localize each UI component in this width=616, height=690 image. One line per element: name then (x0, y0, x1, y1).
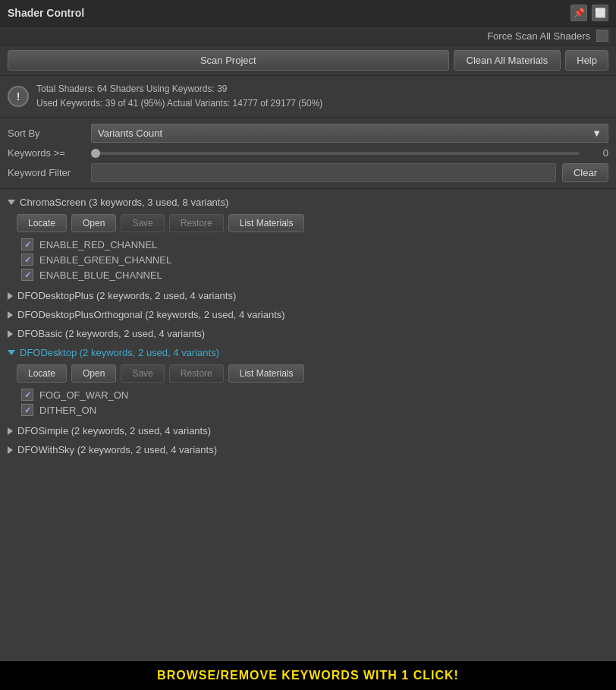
expand-triangle-dfodesktopplus (8, 292, 13, 300)
keyword-filter-label: Keyword Filter (8, 167, 91, 178)
keyword-label-green: ENABLE_GREEN_CHANNEL (39, 254, 171, 266)
maximize-icon[interactable]: ⬜ (592, 5, 608, 21)
keyword-filter-input[interactable] (91, 163, 556, 182)
shader-header-dfobasic[interactable]: DFOBasic (2 keywords, 2 used, 4 variants… (0, 325, 616, 342)
keyword-list-dfodesktop: FOG_OF_WAR_ON DITHER_ON (0, 386, 616, 421)
keywords-ge-label: Keywords >= (8, 147, 91, 159)
shader-buttons-chromascreen: Locate Open Save Restore List Materials (0, 211, 616, 235)
expand-triangle-dfodesktopplusorthogonal (8, 311, 13, 319)
sort-by-label: Sort By (8, 128, 91, 139)
shader-group-dfodesktopplusorthogonal: DFODesktopPlusOrthogonal (2 keywords, 2 … (0, 306, 616, 323)
keyword-item: ENABLE_GREEN_CHANNEL (21, 252, 608, 267)
sort-by-value: Variants Count (98, 128, 162, 139)
list-materials-button-dfodesktop[interactable]: List Materials (228, 364, 305, 383)
info-icon: ! (8, 86, 29, 107)
pin-icon[interactable]: 📌 (570, 5, 587, 21)
shader-header-chromascreen[interactable]: ChromaScreen (3 keywords, 3 used, 8 vari… (0, 194, 616, 211)
keyword-label-red: ENABLE_RED_CHANNEL (39, 239, 157, 250)
restore-button-chromascreen: Restore (169, 214, 224, 232)
shader-header-dfodesktopplusorthogonal[interactable]: DFODesktopPlusOrthogonal (2 keywords, 2 … (0, 306, 616, 323)
save-button-chromascreen: Save (121, 214, 164, 232)
shader-name-dfosimple: DFOSimple (2 keywords, 2 used, 4 variant… (17, 425, 211, 436)
keyword-checkbox-red[interactable] (21, 238, 33, 250)
shader-header-dfosimple[interactable]: DFOSimple (2 keywords, 2 used, 4 variant… (0, 422, 616, 440)
sort-by-dropdown[interactable]: Variants Count ▼ (91, 124, 608, 143)
clear-button[interactable]: Clear (562, 163, 608, 182)
force-scan-checkbox[interactable] (596, 30, 608, 42)
keyword-list-chromascreen: ENABLE_RED_CHANNEL ENABLE_GREEN_CHANNEL … (0, 235, 616, 285)
total-shaders-text: Total Shaders: 64 Shaders Using Keywords… (36, 82, 322, 96)
window-title: Shader Control (8, 7, 84, 19)
dropdown-arrow-icon: ▼ (592, 128, 602, 139)
keyword-item: ENABLE_BLUE_CHANNEL (21, 267, 608, 282)
keyword-checkbox-blue[interactable] (21, 269, 33, 281)
action-row: Scan Project Clean All Materials Help (0, 46, 616, 76)
keywords-slider-thumb[interactable] (91, 149, 100, 158)
keywords-slider-value: 0 (586, 147, 608, 159)
shader-name-dfowithsky: DFOWithSky (2 keywords, 2 used, 4 varian… (17, 444, 217, 455)
shader-group-dfowithsky: DFOWithSky (2 keywords, 2 used, 4 varian… (0, 441, 616, 458)
expand-triangle-dfosimple (8, 427, 13, 435)
shader-group-dfosimple: DFOSimple (2 keywords, 2 used, 4 variant… (0, 422, 616, 440)
shader-buttons-dfodesktop: Locate Open Save Restore List Materials (0, 361, 616, 386)
keyword-checkbox-green[interactable] (21, 254, 33, 266)
shader-group-chromascreen: ChromaScreen (3 keywords, 3 used, 8 vari… (0, 194, 616, 285)
shader-name-dfodesktopplus: DFODesktopPlus (2 keywords, 2 used, 4 va… (17, 290, 236, 301)
info-bar: ! Total Shaders: 64 Shaders Using Keywor… (0, 76, 616, 118)
help-button[interactable]: Help (565, 50, 608, 71)
expand-triangle-dfodesktop (8, 350, 15, 355)
keyword-item-ditheron: DITHER_ON (21, 402, 608, 417)
keyword-label-blue: ENABLE_BLUE_CHANNEL (39, 269, 162, 281)
shader-name-dfobasic: DFOBasic (2 keywords, 2 used, 4 variants… (17, 328, 205, 339)
banner-text: BROWSE/REMOVE KEYWORDS WITH 1 CLICK! (157, 669, 459, 682)
used-keywords-text: Used Keywords: 39 of 41 (95%) Actual Var… (36, 96, 322, 111)
shader-group-dfodesktopplus: DFODesktopPlus (2 keywords, 2 used, 4 va… (0, 287, 616, 304)
open-button-dfodesktop[interactable]: Open (71, 364, 116, 383)
scan-project-button[interactable]: Scan Project (8, 50, 449, 71)
list-materials-button-chromascreen[interactable]: List Materials (228, 214, 305, 232)
expand-triangle-chromascreen (8, 200, 15, 205)
restore-button-dfodesktop: Restore (169, 364, 224, 383)
shader-header-dfowithsky[interactable]: DFOWithSky (2 keywords, 2 used, 4 varian… (0, 441, 616, 458)
save-button-dfodesktop: Save (121, 364, 164, 383)
locate-button-dfodesktop[interactable]: Locate (17, 364, 67, 383)
controls-area: Sort By Variants Count ▼ Keywords >= 0 K… (0, 118, 616, 189)
open-button-chromascreen[interactable]: Open (71, 214, 116, 232)
keyword-checkbox-fogofwaron[interactable] (21, 389, 33, 401)
keyword-label-ditheron: DITHER_ON (39, 405, 96, 416)
clean-all-materials-button[interactable]: Clean All Materials (454, 50, 561, 71)
shader-name-chromascreen: ChromaScreen (3 keywords, 3 used, 8 vari… (20, 197, 228, 208)
bottom-banner: BROWSE/REMOVE KEYWORDS WITH 1 CLICK! (0, 661, 616, 690)
keyword-item: ENABLE_RED_CHANNEL (21, 237, 608, 252)
shader-name-dfodesktopplusorthogonal: DFODesktopPlusOrthogonal (2 keywords, 2 … (17, 309, 285, 320)
keywords-slider-track[interactable] (91, 152, 580, 155)
shader-name-dfodesktop: DFODesktop (2 keywords, 2 used, 4 varian… (20, 347, 219, 358)
locate-button-chromascreen[interactable]: Locate (17, 214, 67, 232)
shader-header-dfodesktop[interactable]: DFODesktop (2 keywords, 2 used, 4 varian… (0, 344, 616, 361)
shader-header-dfodesktopplus[interactable]: DFODesktopPlus (2 keywords, 2 used, 4 va… (0, 287, 616, 304)
shader-group-dfodesktop: DFODesktop (2 keywords, 2 used, 4 varian… (0, 344, 616, 421)
keyword-checkbox-ditheron[interactable] (21, 404, 33, 416)
shader-list: ChromaScreen (3 keywords, 3 used, 8 vari… (0, 189, 616, 661)
keyword-label-fogofwaron: FOG_OF_WAR_ON (39, 389, 128, 401)
force-scan-label: Force Scan All Shaders (487, 30, 590, 42)
expand-triangle-dfobasic (8, 330, 13, 338)
title-bar: Shader Control 📌 ⬜ (0, 0, 616, 27)
shader-group-dfobasic: DFOBasic (2 keywords, 2 used, 4 variants… (0, 325, 616, 342)
keyword-item-fogofwaron: FOG_OF_WAR_ON (21, 387, 608, 402)
expand-triangle-dfowithsky (8, 446, 13, 454)
